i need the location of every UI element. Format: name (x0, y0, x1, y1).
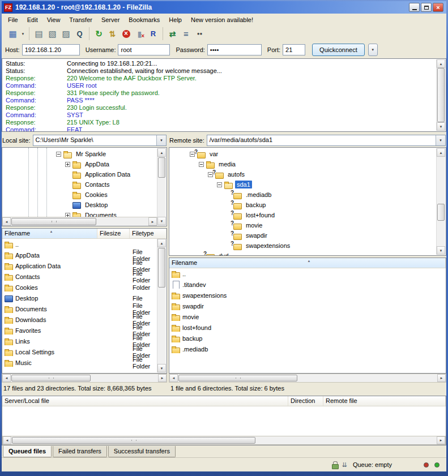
column-header-remote-file[interactable]: Remote file (323, 396, 446, 406)
tree-expander-icon[interactable] (65, 213, 70, 217)
tree-item[interactable]: Contacts (2, 179, 157, 190)
reconnect-button[interactable] (147, 27, 160, 40)
scroll-thumb[interactable] (11, 218, 96, 225)
tree-item[interactable]: autofs (169, 169, 436, 179)
tree-item[interactable]: Application Data (2, 169, 157, 179)
tree-item[interactable]: backup (169, 200, 436, 210)
quickconnect-dropdown-icon[interactable]: ▼ (368, 44, 378, 56)
titlebar[interactable]: FZ 192.168.1.20 - root@192.168.1.20 - Fi… (2, 1, 446, 14)
tree-item[interactable]: .mediadb (169, 190, 436, 200)
tree-item[interactable]: Mr Sparkle (2, 149, 157, 159)
site-manager-dropdown-icon[interactable]: ▼ (20, 27, 26, 40)
local-site-combobox[interactable]: C:\Users\Mr Sparkle\ ▼ (33, 135, 167, 146)
tree-item[interactable]: swapdir (169, 230, 436, 241)
remote-list-horizontal-scrollbar[interactable]: ◄ ► (169, 374, 446, 383)
refresh-button[interactable] (92, 27, 105, 40)
column-header-server-local-file[interactable]: Server/Local file (2, 396, 288, 406)
menu-item[interactable]: New version available! (186, 14, 258, 25)
column-header-filename[interactable]: Filename ▲ (169, 258, 446, 268)
menu-item[interactable]: File (3, 14, 23, 25)
tree-item[interactable]: Documents (2, 210, 157, 217)
menu-item[interactable]: Transfer (65, 14, 97, 25)
scroll-down-icon[interactable]: ▼ (437, 246, 445, 255)
menu-item[interactable]: View (42, 14, 65, 25)
scroll-left-icon[interactable]: ◄ (169, 374, 178, 382)
scroll-thumb[interactable] (158, 248, 165, 288)
scroll-down-icon[interactable]: ▼ (437, 122, 445, 131)
tree-item[interactable]: AppData (2, 159, 157, 169)
username-input[interactable] (118, 44, 170, 55)
tree-item[interactable]: Desktop (2, 200, 157, 210)
file-row[interactable]: .. (169, 268, 446, 279)
local-list-horizontal-scrollbar[interactable]: ◄ ► (2, 374, 167, 383)
scroll-down-icon[interactable]: ▼ (157, 217, 166, 225)
file-row[interactable]: Cookies Folder (2, 282, 157, 293)
scroll-down-icon[interactable]: ▼ (157, 364, 166, 372)
scroll-thumb[interactable] (158, 157, 165, 178)
queue-tab[interactable]: Failed transfers (53, 446, 107, 457)
tree-expander-icon[interactable] (199, 162, 204, 167)
synchronized-browsing-button[interactable] (166, 27, 179, 40)
queue-tab[interactable]: Successful transfers (108, 446, 176, 457)
scroll-up-icon[interactable]: ▲ (157, 239, 166, 247)
tree-item[interactable]: Cookies (2, 190, 157, 200)
tree-expander-icon[interactable] (56, 152, 61, 157)
scroll-right-icon[interactable]: ► (437, 436, 445, 444)
file-row[interactable]: Music File Folder (2, 357, 157, 368)
tree-item[interactable]: swapextensions (169, 241, 436, 251)
scroll-thumb[interactable] (437, 204, 445, 221)
file-row[interactable]: movie (169, 311, 446, 322)
scroll-left-icon[interactable]: ◄ (3, 436, 11, 444)
scroll-right-icon[interactable]: ► (158, 374, 167, 382)
scroll-left-icon[interactable]: ◄ (2, 217, 11, 226)
tree-item[interactable]: sda1 (169, 179, 436, 190)
file-row[interactable]: backup (169, 333, 446, 344)
file-row[interactable]: Contacts File Folder (2, 271, 157, 282)
scroll-thumb[interactable] (178, 375, 297, 381)
port-input[interactable] (283, 44, 305, 55)
column-header-filename[interactable]: Filename ▲ (2, 229, 97, 238)
process-queue-button[interactable] (106, 27, 119, 40)
remote-tree-vertical-scrollbar[interactable]: ▲ ▼ (436, 148, 445, 255)
local-list-vertical-scrollbar[interactable]: ▲ ▼ (157, 239, 166, 372)
chevron-down-icon[interactable]: ▼ (156, 135, 166, 145)
file-row[interactable]: .titandev (169, 279, 446, 290)
scroll-right-icon[interactable]: ► (148, 217, 157, 226)
menu-item[interactable]: Server (97, 14, 124, 25)
remote-site-combobox[interactable]: /var/media/autofs/sda1 ▼ (207, 135, 446, 146)
scroll-up-icon[interactable]: ▲ (437, 148, 445, 157)
scroll-right-icon[interactable]: ► (437, 374, 446, 382)
toggle-queue-button[interactable] (73, 27, 86, 40)
local-tree-vertical-scrollbar[interactable]: ▲ ▼ (157, 148, 166, 225)
site-manager-button[interactable] (6, 27, 19, 40)
scroll-thumb[interactable] (437, 68, 445, 122)
column-header-direction[interactable]: Direction (288, 396, 323, 406)
toggle-remote-tree-button[interactable] (59, 27, 72, 40)
tree-expander-icon[interactable] (217, 182, 222, 187)
column-header-filetype[interactable]: Filetype (130, 229, 167, 238)
maximize-button[interactable] (421, 3, 432, 12)
tree-item[interactable]: movie (169, 220, 436, 230)
disconnect-button[interactable] (133, 27, 146, 40)
scroll-thumb[interactable] (12, 437, 255, 444)
tree-item[interactable]: var (169, 149, 436, 159)
menu-item[interactable]: Bookmarks (124, 14, 164, 25)
scroll-thumb[interactable] (11, 375, 91, 381)
local-tree-horizontal-scrollbar[interactable]: ◄ ► (2, 217, 157, 226)
cancel-button[interactable] (120, 27, 133, 40)
quickconnect-button[interactable]: Quickconnect (312, 44, 365, 56)
file-row[interactable]: lost+found (169, 322, 446, 333)
minimize-button[interactable] (409, 3, 420, 12)
column-header-filesize[interactable]: Filesize (97, 229, 130, 238)
scroll-left-icon[interactable]: ◄ (2, 374, 11, 382)
queue-horizontal-scrollbar[interactable]: ◄ ► (2, 436, 446, 445)
tree-item[interactable]: media (169, 159, 436, 169)
file-row[interactable]: .mediadb (169, 344, 446, 354)
log-vertical-scrollbar[interactable]: ▲ ▼ (436, 59, 445, 131)
chevron-down-icon[interactable]: ▼ (436, 135, 445, 145)
toggle-message-log-button[interactable] (32, 27, 45, 40)
close-button[interactable]: × (433, 3, 443, 12)
menu-item[interactable]: Edit (23, 14, 42, 25)
directory-comparison-button[interactable] (180, 27, 193, 40)
host-input[interactable] (22, 44, 80, 55)
